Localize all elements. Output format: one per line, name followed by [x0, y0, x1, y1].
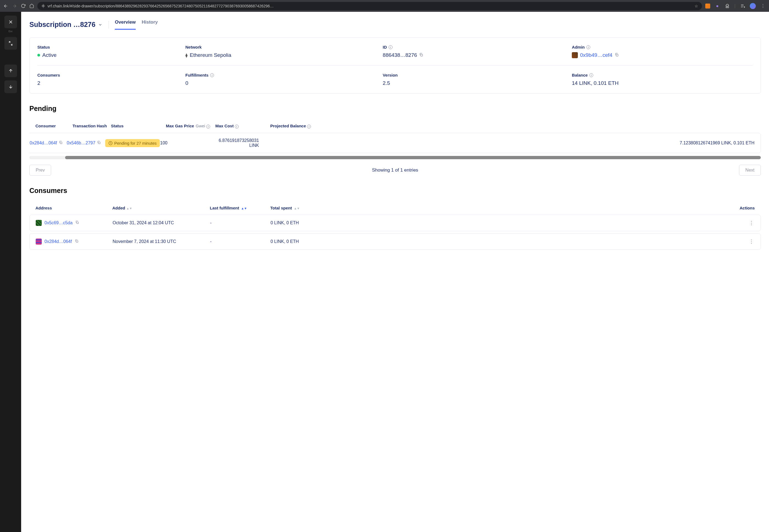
copy-icon[interactable]: [615, 52, 619, 58]
tab-overview[interactable]: Overview: [115, 19, 136, 30]
tabs: Overview History: [115, 19, 158, 30]
col-txhash: Transaction Hash: [72, 124, 111, 128]
page-title-text: Subscription …8276: [29, 21, 95, 29]
chrome-menu-icon[interactable]: ⋮: [760, 3, 766, 9]
sort-icon[interactable]: ▲▼: [126, 207, 132, 210]
horizontal-scrollbar[interactable]: [29, 156, 761, 159]
col-maxcost: Max Cost: [215, 124, 234, 128]
status-value: Active: [42, 52, 57, 58]
copy-icon[interactable]: [75, 239, 79, 244]
copy-icon[interactable]: [419, 52, 423, 58]
forward-button[interactable]: [12, 4, 17, 9]
extensions-puzzle-icon[interactable]: [725, 3, 730, 9]
metamask-extension-icon[interactable]: [705, 4, 710, 9]
maxcost-value: 6.876191873258031 LINK: [209, 138, 259, 148]
pagination: Prev Showing 1 of 1 entries Next: [29, 165, 761, 176]
sort-icon[interactable]: ▲▼: [240, 207, 247, 210]
home-button[interactable]: [29, 4, 34, 8]
row-actions-menu[interactable]: ⋮: [749, 220, 754, 226]
pending-title: Pending: [29, 105, 761, 113]
col-address: Address: [35, 206, 112, 210]
chrome-extensions: ● | ⋮: [705, 3, 766, 9]
pending-table-scroll[interactable]: Consumer Transaction Hash Status Max Gas…: [29, 119, 761, 156]
status-badge: Pending for 27 minutes: [105, 139, 160, 147]
col-added[interactable]: Added: [112, 206, 125, 210]
pagination-info: Showing 1 of 1 entries: [372, 167, 418, 173]
drawer-sidebar: Esc: [0, 12, 21, 532]
col-maxgas: Max Gas Price: [166, 124, 194, 128]
txhash-link[interactable]: 0x546b…2797: [67, 141, 95, 145]
consumers-title: Consumers: [29, 187, 761, 195]
consumer-link[interactable]: 0x284d…064f: [30, 141, 57, 145]
sort-icon[interactable]: ▲▼: [293, 207, 300, 210]
main-content: Subscription …8276 Overview History Stat…: [21, 12, 769, 532]
arrow-down-button[interactable]: [4, 80, 17, 93]
page-title[interactable]: Subscription …8276: [29, 21, 102, 29]
esc-label: Esc: [9, 30, 13, 33]
status-badge-text: Pending for 27 minutes: [114, 141, 156, 145]
balance-value: 14 LINK, 0.101 ETH: [572, 80, 753, 86]
tab-history[interactable]: History: [142, 19, 158, 30]
admin-address-link[interactable]: 0x9b49…cef4: [580, 52, 612, 58]
consumers-header-row: Address Added▲▼ Last fulfillment ▲▼ Tota…: [29, 201, 761, 215]
consumer-address-link[interactable]: 0x5c69…c5da: [44, 220, 72, 225]
next-button[interactable]: Next: [739, 165, 761, 176]
url-bar[interactable]: vrf.chain.link/#/side-drawer/subscriptio…: [37, 2, 702, 10]
col-projbal: Projected Balance: [270, 124, 306, 128]
spent-value: 0 LINK, 0 ETH: [270, 220, 331, 225]
version-value: 2.5: [383, 80, 564, 86]
identicon-icon: [36, 239, 42, 245]
copy-icon[interactable]: [97, 141, 101, 145]
info-icon[interactable]: i: [307, 125, 311, 128]
consumers-label: Consumers: [37, 73, 177, 77]
consumers-value: 2: [37, 80, 177, 86]
info-icon[interactable]: i: [586, 45, 590, 49]
star-icon[interactable]: ☆: [695, 4, 698, 8]
extension-icon-2[interactable]: ●: [715, 3, 720, 9]
collapse-button[interactable]: [4, 37, 17, 50]
back-button[interactable]: [3, 4, 8, 9]
info-icon[interactable]: i: [589, 73, 593, 77]
copy-icon[interactable]: [59, 141, 63, 145]
arrow-up-button[interactable]: [4, 65, 17, 77]
col-spent[interactable]: Total spent: [270, 206, 292, 210]
pending-table: Consumer Transaction Hash Status Max Gas…: [29, 119, 761, 153]
svg-rect-6: [77, 222, 79, 223]
info-icon[interactable]: i: [389, 45, 393, 49]
col-lastful[interactable]: Last fulfillment: [210, 206, 239, 210]
pending-header-row: Consumer Transaction Hash Status Max Gas…: [29, 119, 761, 133]
svg-rect-1: [421, 54, 423, 56]
info-icon[interactable]: i: [206, 125, 210, 128]
info-icon[interactable]: i: [235, 125, 239, 128]
spent-value: 0 LINK, 0 ETH: [270, 239, 331, 244]
identicon-icon: [36, 220, 42, 226]
copy-icon[interactable]: [75, 220, 79, 225]
page-header: Subscription …8276 Overview History: [29, 19, 761, 30]
url-text: vrf.chain.link/#/side-drawer/subscriptio…: [47, 4, 692, 8]
col-actions: Actions: [331, 206, 755, 210]
svg-rect-4: [98, 142, 100, 144]
ethereum-icon: ⧫: [185, 53, 187, 58]
profile-avatar-icon[interactable]: [750, 3, 756, 9]
status-label: Status: [37, 45, 177, 49]
svg-rect-7: [76, 240, 78, 242]
consumer-address-link[interactable]: 0x284d…064f: [44, 239, 72, 244]
scrollbar-thumb[interactable]: [65, 156, 761, 159]
added-value: October 31, 2024 at 12:04 UTC: [113, 220, 210, 225]
media-control-icon[interactable]: [740, 3, 745, 9]
admin-label: Admin: [572, 45, 585, 49]
pending-row: ıt 12:00 UTC 0x284d…064f 0x546b…2797 Pen…: [29, 133, 761, 153]
info-icon[interactable]: i: [210, 73, 214, 77]
consumers-table: Address Added▲▼ Last fulfillment ▲▼ Tota…: [29, 201, 761, 250]
row-actions-menu[interactable]: ⋮: [749, 239, 754, 244]
close-drawer-button[interactable]: [4, 16, 17, 28]
site-settings-icon[interactable]: [41, 4, 45, 8]
fulfillments-label: Fulfillments: [185, 73, 208, 77]
reload-button[interactable]: [21, 4, 26, 8]
consumer-row: 0x284d…064f November 7, 2024 at 11:30 UT…: [29, 233, 761, 250]
network-value: Ethereum Sepolia: [190, 52, 231, 58]
prev-button[interactable]: Prev: [29, 165, 51, 176]
network-label: Network: [185, 45, 374, 49]
id-value: 886438…8276: [383, 52, 417, 58]
svg-point-0: [43, 5, 44, 7]
